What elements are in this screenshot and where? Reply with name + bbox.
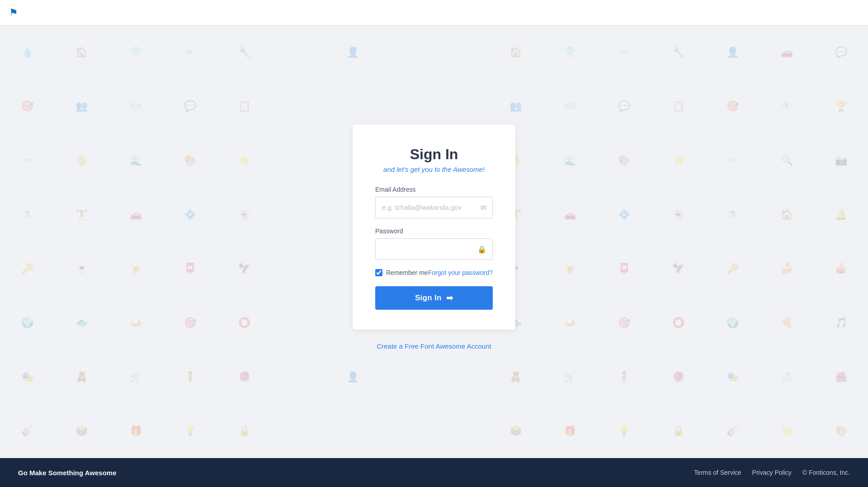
bg-icon: 🏋: [54, 188, 108, 242]
bg-icon: 🧸: [488, 350, 542, 404]
bg-icon: [271, 296, 326, 350]
bg-icon: 🏠: [54, 25, 108, 80]
email-input[interactable]: [375, 197, 493, 218]
bg-icon: 🧍: [163, 350, 217, 404]
bg-icon: 👕: [108, 25, 163, 80]
footer-copyright: © Fonticons, Inc.: [802, 469, 850, 476]
remember-checkbox[interactable]: [375, 269, 382, 276]
privacy-policy-link[interactable]: Privacy Policy: [752, 469, 792, 476]
bg-icon: ⭐: [217, 133, 271, 188]
bg-icon: 👻: [651, 188, 705, 242]
bg-icon: 🏠: [488, 25, 542, 80]
bg-icon: [271, 242, 326, 296]
email-input-wrapper: ✉: [375, 197, 493, 218]
bg-icon: 🔔: [814, 188, 868, 242]
signin-card: Sign In and let's get you to the Awesome…: [353, 124, 515, 330]
password-input-wrapper: 🔒: [375, 238, 493, 260]
bg-icon: 🛒: [542, 350, 597, 404]
bg-icon: 🔒: [217, 404, 271, 458]
bg-icon: 🍷: [54, 242, 108, 296]
password-label: Password: [375, 227, 493, 235]
bg-icon: 🍛: [542, 296, 597, 350]
bg-icon: 💬: [597, 80, 651, 134]
bg-icon: 👥: [54, 80, 108, 134]
bg-icon: 🧍: [597, 350, 651, 404]
bg-icon: 🎯: [0, 80, 54, 134]
remember-row: Remember me Forgot your password?: [375, 269, 493, 276]
bg-icon: 🎨: [163, 133, 217, 188]
bg-icon: 🍕: [760, 296, 814, 350]
bg-icon: 💡: [597, 404, 651, 458]
forgot-password-link[interactable]: Forgot your password?: [428, 269, 493, 276]
bg-icon: 👤: [326, 25, 380, 80]
bg-icon: 🎯: [597, 296, 651, 350]
bg-icon: 🎪: [814, 242, 868, 296]
bg-icon: 🏖: [760, 350, 814, 404]
bg-icon: 👤: [705, 25, 760, 80]
bg-icon: 🦅: [651, 242, 705, 296]
bg-icon: ✏: [163, 25, 217, 80]
bg-icon: [434, 350, 488, 404]
signin-button[interactable]: Sign In ➡: [375, 286, 493, 310]
bg-icon: ⭐: [651, 133, 705, 188]
bg-icon: 🎨: [597, 133, 651, 188]
bg-icon: [434, 25, 488, 80]
bg-icon: 🍺: [542, 242, 597, 296]
create-account-link[interactable]: Create a Free Font Awesome Account: [377, 342, 491, 350]
bg-icon: [271, 350, 326, 404]
signin-button-label: Sign In: [415, 293, 442, 303]
bg-icon: 🍛: [108, 296, 163, 350]
bg-icon: 👁: [760, 80, 814, 134]
header: ⚑: [0, 0, 868, 25]
email-label: Email Address: [375, 186, 493, 193]
bg-icon: [271, 25, 326, 80]
bg-icon: 🧶: [651, 350, 705, 404]
bg-icon: 🧶: [217, 350, 271, 404]
bg-icon: 🎁: [108, 404, 163, 458]
main-content: 💧 🏠 👕 ✏ 🔧 👤 🏠 👕 ✏ 🔧 👤 🚗 💬 🎯 👥 🍽 💬 📋 👥 🍽 …: [0, 25, 868, 458]
bg-icon: 🛒: [108, 350, 163, 404]
bg-icon: 👕: [542, 25, 597, 80]
bg-icon: 📋: [651, 80, 705, 134]
signin-subtitle: and let's get you to the Awesome!: [375, 165, 493, 173]
bg-icon: 🌟: [760, 404, 814, 458]
bg-icon: 🚗: [542, 188, 597, 242]
bg-icon: [380, 404, 434, 458]
bg-icon: 🎭: [0, 350, 54, 404]
bg-icon: 📋: [217, 80, 271, 134]
footer-links: Terms of Service Privacy Policy © Fontic…: [694, 469, 850, 476]
bg-icon: 🌍: [705, 296, 760, 350]
bg-icon: 🌺: [814, 350, 868, 404]
bg-icon: 💠: [597, 188, 651, 242]
bg-icon: 💧: [0, 25, 54, 80]
terms-of-service-link[interactable]: Terms of Service: [694, 469, 741, 476]
create-account-section: Create a Free Font Awesome Account: [377, 342, 491, 350]
bg-icon: 🏆: [814, 80, 868, 134]
bg-icon: 📷: [814, 133, 868, 188]
bg-icon: [271, 188, 326, 242]
bg-icon: 🎸: [0, 404, 54, 458]
bg-icon: 🔒: [651, 404, 705, 458]
bg-icon: ✏: [597, 25, 651, 80]
bg-icon: 🌊: [542, 133, 597, 188]
bg-icon: [380, 350, 434, 404]
remember-label: Remember me: [386, 269, 428, 276]
bg-icon: 💬: [163, 80, 217, 134]
bg-icon: 🔧: [651, 25, 705, 80]
logo-icon: ⚑: [9, 7, 18, 19]
bg-icon: [271, 133, 326, 188]
bg-icon: [271, 404, 326, 458]
bg-icon: 📦: [54, 404, 108, 458]
bg-icon: 📮: [163, 242, 217, 296]
password-input[interactable]: [375, 238, 493, 260]
bg-icon: 🍽: [542, 80, 597, 134]
bg-icon: 🔑: [0, 242, 54, 296]
email-icon: ✉: [481, 203, 486, 212]
bg-icon: 🔍: [760, 133, 814, 188]
bg-icon: 🔑: [705, 242, 760, 296]
bg-icon: 🍺: [108, 242, 163, 296]
bg-icon: 🚗: [760, 25, 814, 80]
bg-icon: 🎯: [163, 296, 217, 350]
bg-icon: 🎵: [814, 296, 868, 350]
bg-icon: 🌍: [0, 296, 54, 350]
